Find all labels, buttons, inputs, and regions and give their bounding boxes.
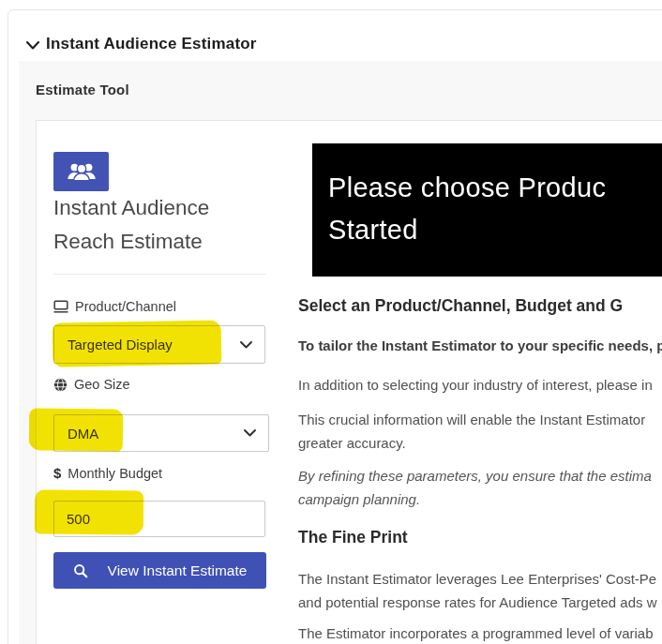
refine-line1: By refining these parameters, you ensure… [298,464,652,487]
crucial-info-line2: greater accuracy. [298,431,645,455]
crucial-info-line1: This crucial information will enable the… [298,408,645,431]
intro-bold-paragraph: To tailor the Instant Estimator to your … [298,337,662,353]
leverages-line1: The Instant Estimator leverages Lee Ente… [298,567,656,591]
search-icon [73,563,88,578]
geo-size-label: Geo Size [53,377,130,392]
card-title-line1: Instant Audience [53,191,209,225]
users-icon-tile [53,152,109,191]
chevron-down-icon [240,341,252,349]
accordion-header[interactable]: Instant Audience Estimator [8,9,662,52]
dollar-icon: $ [53,465,61,481]
product-channel-value: Targeted Display [68,337,173,352]
chevron-down-icon [244,429,256,437]
monthly-budget-label: $ Monthly Budget [53,465,162,481]
panel-title: Estimate Tool [36,82,129,97]
banner-line1: Please choose Produc [328,167,662,209]
desktop-icon [53,300,68,313]
leverages-line2: and potential response rates for Audienc… [298,591,656,614]
choose-product-banner: Please choose Produc Started [312,143,662,277]
product-channel-label: Product/Channel [53,299,176,314]
card-title-line2: Reach Estimate [53,225,209,259]
chevron-down-icon [26,40,39,50]
divider [53,274,265,275]
monthly-budget-label-text: Monthly Budget [68,466,162,481]
monthly-budget-input[interactable] [53,501,265,537]
industry-paragraph: In addition to selecting your industry o… [298,373,653,397]
incorporates-paragraph: The Estimator incorporates a programmed … [298,622,654,644]
globe-icon [53,378,68,392]
accordion-title: Instant Audience Estimator [46,35,257,53]
select-instructions-heading: Select an Product/Channel, Budget and G [298,296,623,316]
refine-line2: campaign planning. [298,487,652,511]
view-instant-estimate-button[interactable]: View Instant Estimate [53,552,266,589]
banner-line2: Started [328,209,662,251]
refine-paragraph: By refining these parameters, you ensure… [298,464,652,511]
geo-size-select[interactable]: DMA [53,414,269,452]
product-channel-label-text: Product/Channel [75,299,176,314]
card-title: Instant Audience Reach Estimate [53,191,209,259]
crucial-info-paragraph: This crucial information will enable the… [298,408,645,455]
geo-size-label-text: Geo Size [74,377,130,392]
leverages-paragraph: The Instant Estimator leverages Lee Ente… [298,567,656,614]
fine-print-heading: The Fine Print [298,528,408,547]
view-instant-estimate-label: View Instant Estimate [108,562,248,579]
geo-size-value: DMA [68,426,98,442]
page: Instant Audience Estimator Estimate Tool… [0,0,662,644]
users-icon [67,160,97,183]
product-channel-select[interactable]: Targeted Display [53,325,265,364]
